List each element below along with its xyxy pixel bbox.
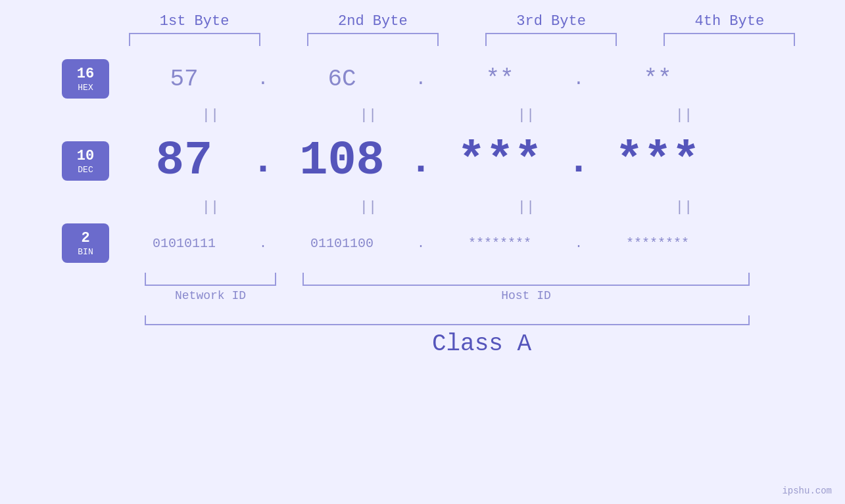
bin-byte2: 01101100: [276, 236, 408, 251]
bottom-spacer1: [276, 273, 302, 286]
bracket-byte2: [307, 33, 439, 46]
hex-byte1: 57: [118, 66, 250, 93]
class-row: Class A: [53, 331, 819, 357]
byte1-header: 1st Byte: [122, 13, 267, 30]
watermark: ipshu.com: [782, 486, 832, 496]
hex-badge-num: 16: [77, 66, 94, 83]
top-brackets: [26, 33, 819, 46]
network-id-label: Network ID: [145, 289, 276, 302]
outer-bracket-row: [53, 315, 819, 325]
main-container: 1st Byte 2nd Byte 3rd Byte 4th Byte 16 H…: [0, 0, 845, 504]
bin-byte3: ********: [434, 236, 566, 251]
hex-byte2: 6C: [276, 66, 408, 93]
eq2-b3: ||: [460, 199, 592, 216]
dec-byte3: ***: [434, 134, 566, 188]
eq1-b3: ||: [460, 107, 592, 124]
bin-byte1: 01010111: [118, 236, 250, 251]
byte2-header: 2nd Byte: [301, 13, 445, 30]
hex-badge: 16 HEX: [62, 59, 109, 99]
bin-badge-num: 2: [81, 230, 89, 247]
dec-cells: 87 . 108 . *** . ***: [118, 134, 819, 188]
bin-dot3: .: [566, 236, 592, 251]
bin-dot2: .: [408, 236, 434, 251]
bracket-byte4: [664, 33, 795, 46]
dec-dot3: .: [566, 139, 592, 183]
equals-row-2: || || || ||: [53, 197, 819, 217]
bin-row: 2 BIN 01010111 . 01101100 . ******** . *…: [53, 217, 819, 269]
class-label: Class A: [432, 331, 531, 357]
dec-badge-base: DEC: [78, 166, 93, 174]
eq2-b1: ||: [145, 199, 276, 216]
hex-byte3: **: [434, 66, 566, 93]
eq2-b2: ||: [302, 199, 434, 216]
outer-bracket: [145, 315, 750, 325]
byte4-header: 4th Byte: [657, 13, 802, 30]
dec-badge-num: 10: [77, 148, 94, 165]
byte-headers-row: 1st Byte 2nd Byte 3rd Byte 4th Byte: [26, 0, 819, 30]
rows-area: 16 HEX 57 . 6C . ** . ** || || || ||: [26, 53, 819, 357]
bin-badge: 2 BIN: [62, 223, 109, 263]
dec-byte2: 108: [276, 134, 408, 188]
dec-dot2: .: [408, 139, 434, 183]
hex-dot3: .: [566, 69, 592, 89]
bottom-brackets-row: [53, 273, 819, 286]
dec-badge: 10 DEC: [62, 141, 109, 181]
hex-row: 16 HEX 57 . 6C . ** . **: [53, 53, 819, 105]
dec-dot1: .: [250, 139, 276, 183]
id-labels-row: Network ID Host ID: [53, 289, 819, 302]
bin-dot1: .: [250, 236, 276, 251]
byte3-header: 3rd Byte: [479, 13, 623, 30]
hex-dot1: .: [250, 69, 276, 89]
bin-cells: 01010111 . 01101100 . ******** . *******…: [118, 236, 819, 251]
hex-badge-base: HEX: [78, 83, 93, 92]
hex-cells: 57 . 6C . ** . **: [118, 66, 819, 93]
dec-row: 10 DEC 87 . 108 . *** . ***: [53, 125, 819, 197]
dec-label: 10 DEC: [53, 141, 118, 181]
eq1-b4: ||: [618, 107, 750, 124]
eq1-b2: ||: [302, 107, 434, 124]
bottom-bracket-network: [145, 273, 276, 286]
equals-row-1: || || || ||: [53, 105, 819, 125]
bottom-bracket-host: [302, 273, 750, 286]
dec-byte1: 87: [118, 134, 250, 188]
bin-badge-base: BIN: [78, 248, 93, 256]
bracket-byte3: [485, 33, 617, 46]
hex-label: 16 HEX: [53, 59, 118, 99]
host-id-label: Host ID: [302, 289, 750, 302]
bracket-byte1: [129, 33, 260, 46]
eq2-b4: ||: [618, 199, 750, 216]
hex-dot2: .: [408, 69, 434, 89]
dec-byte4: ***: [592, 134, 723, 188]
bin-byte4: ********: [592, 236, 723, 251]
eq1-b1: ||: [145, 107, 276, 124]
hex-byte4: **: [592, 66, 723, 93]
bin-label: 2 BIN: [53, 223, 118, 263]
